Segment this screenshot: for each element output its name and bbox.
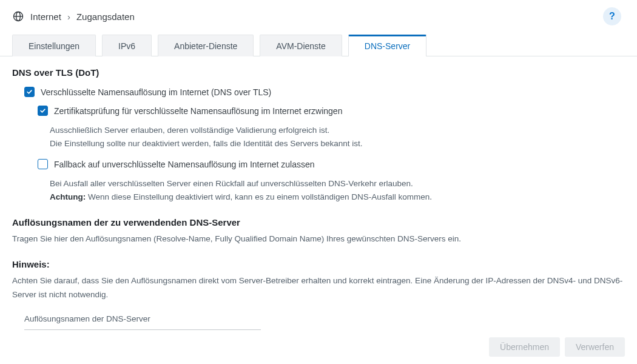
label-fallback: Fallback auf unverschlüsselte Namensaufl… bbox=[54, 158, 315, 171]
resolve-intro: Tragen Sie hier den Auflösungsnamen (Res… bbox=[12, 232, 625, 246]
hint-text: Achten Sie darauf, dass Sie den Auflösun… bbox=[12, 274, 625, 302]
option-encrypted[interactable]: Verschlüsselte Namensauflösung im Intern… bbox=[12, 86, 625, 99]
tab-ipv6[interactable]: IPv6 bbox=[102, 35, 152, 56]
discard-button[interactable]: Verwerfen bbox=[565, 337, 625, 357]
breadcrumb-leaf: Zugangsdaten bbox=[76, 12, 135, 22]
desc-cert-2: Die Einstellung sollte nur deaktiviert w… bbox=[12, 137, 625, 150]
breadcrumb-root[interactable]: Internet bbox=[30, 12, 61, 22]
globe-icon bbox=[12, 10, 24, 22]
breadcrumb: Internet › Zugangsdaten bbox=[30, 12, 597, 22]
content: DNS over TLS (DoT) Verschlüsselte Namens… bbox=[0, 56, 637, 330]
resolve-field-label: Auflösungsnamen der DNS-Server bbox=[24, 312, 625, 326]
help-button[interactable]: ? bbox=[603, 7, 621, 25]
desc-fallback-warn: Achtung: Wenn diese Einstellung deaktivi… bbox=[12, 190, 625, 204]
checkbox-encrypted[interactable] bbox=[24, 87, 35, 97]
warn-label: Achtung: bbox=[50, 192, 86, 201]
tab-avm-dienste[interactable]: AVM-Dienste bbox=[260, 35, 342, 56]
tab-dns-server[interactable]: DNS-Server bbox=[348, 35, 426, 56]
desc-fallback-1: Bei Ausfall aller verschlüsselten Server… bbox=[12, 177, 625, 190]
tab-anbieter-dienste[interactable]: Anbieter-Dienste bbox=[158, 35, 254, 56]
warn-text: Wenn diese Einstellung deaktiviert wird,… bbox=[86, 192, 432, 201]
label-cert: Zertifikatsprüfung für verschlüsselte Na… bbox=[54, 105, 342, 118]
section-title: DNS over TLS (DoT) bbox=[12, 67, 625, 78]
resolve-heading: Auflösungsnamen der zu verwendenden DNS-… bbox=[12, 217, 625, 228]
tabs: Einstellungen IPv6 Anbieter-Dienste AVM-… bbox=[0, 34, 637, 56]
tab-einstellungen[interactable]: Einstellungen bbox=[12, 35, 96, 56]
checkbox-fallback[interactable] bbox=[38, 159, 48, 169]
option-fallback[interactable]: Fallback auf unverschlüsselte Namensaufl… bbox=[12, 158, 625, 171]
checkbox-cert[interactable] bbox=[38, 106, 48, 116]
label-encrypted: Verschlüsselte Namensauflösung im Intern… bbox=[41, 86, 271, 99]
apply-button[interactable]: Übernehmen bbox=[489, 337, 560, 357]
desc-cert-1: Ausschließlich Server erlauben, deren vo… bbox=[12, 124, 625, 137]
hint-heading: Hinweis: bbox=[12, 259, 625, 269]
footer: Übernehmen Verwerfen bbox=[0, 330, 637, 364]
option-cert-check[interactable]: Zertifikatsprüfung für verschlüsselte Na… bbox=[12, 105, 625, 118]
header: Internet › Zugangsdaten ? bbox=[0, 0, 637, 30]
chevron-right-icon: › bbox=[67, 12, 70, 22]
